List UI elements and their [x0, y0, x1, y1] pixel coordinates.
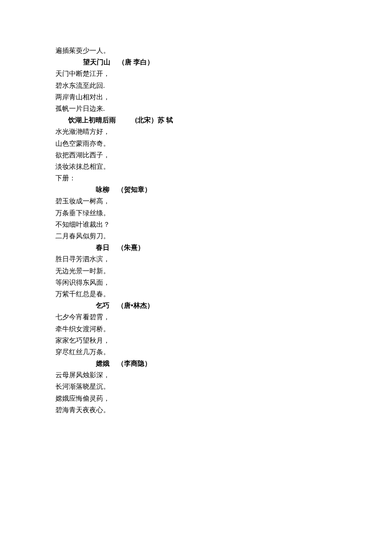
- poem-line: 牵牛织女渡河桥。: [55, 323, 392, 335]
- poem-line: 孤帆一片日边来.: [55, 103, 392, 114]
- poem-line: 云母屏风烛影深，: [55, 369, 392, 381]
- poem-line: 欲把西湖比西子，: [55, 149, 392, 161]
- poem-line: 不知细叶谁裁出？: [55, 219, 392, 230]
- poem-title: 望天门山（唐 李白）: [55, 56, 392, 68]
- poem-title: 嫦娥（李商隐）: [55, 358, 392, 369]
- poem-line: 七夕今宵看碧霄，: [55, 311, 392, 323]
- poem-title: 咏柳（贺知章）: [55, 184, 392, 195]
- document-content: 遍插茱萸少一人。望天门山（唐 李白）天门中断楚江开，碧水东流至此回.两岸青山相对…: [0, 0, 392, 416]
- poem-title-text: 嫦娥: [96, 360, 110, 367]
- poem-line: 万条垂下绿丝绦。: [55, 207, 392, 219]
- poem-line: 碧海青天夜夜心。: [55, 404, 392, 416]
- section-label: 下册：: [55, 172, 392, 184]
- poem-title: 饮湖上初晴后雨(北宋）苏 轼: [55, 114, 392, 126]
- poem-title-text: 饮湖上初晴后雨: [68, 116, 116, 124]
- poem-line: 胜日寻芳泗水滨，: [55, 253, 392, 265]
- poem-line: 穿尽红丝几万条。: [55, 346, 392, 358]
- poem-line: 等闲识得东风面，: [55, 277, 392, 288]
- poem-author: （李商隐）: [117, 360, 151, 367]
- poem-line: 碧水东流至此回.: [55, 80, 392, 91]
- poem-line: 嫦娥应悔偷灵药，: [55, 393, 392, 404]
- poem-line: 二月春风似剪刀。: [55, 230, 392, 242]
- poem-line: 无边光景一时新。: [55, 265, 392, 277]
- poem-line: 万紫千红总是春。: [55, 288, 392, 300]
- poem-author: （唐 李白）: [118, 58, 154, 66]
- poem-author: (北宋）苏 轼: [135, 116, 173, 124]
- poem-author: （贺知章）: [117, 186, 151, 193]
- poem-line: 两岸青山相对出，: [55, 91, 392, 103]
- poem-line: 淡妆浓抹总相宜。: [55, 161, 392, 172]
- poem-title: 乞巧（唐•林杰）: [55, 300, 392, 311]
- poem-line: 长河渐落晓星沉。: [55, 381, 392, 392]
- poem-title: 春日（朱熹）: [55, 242, 392, 253]
- poem-line: 水光潋滟晴方好，: [55, 126, 392, 137]
- poem-author: （唐•林杰）: [117, 302, 154, 309]
- poem-line: 遍插茱萸少一人。: [55, 45, 392, 56]
- poem-title-text: 咏柳: [96, 186, 110, 193]
- poem-line: 天门中断楚江开，: [55, 68, 392, 79]
- poem-line: 碧玉妆成一树高，: [55, 195, 392, 207]
- poem-title-text: 乞巧: [96, 302, 110, 309]
- poem-line: 山色空蒙雨亦奇。: [55, 138, 392, 149]
- poem-title-text: 望天门山: [83, 58, 110, 66]
- poem-line: 家家乞巧望秋月，: [55, 335, 392, 346]
- poem-author: （朱熹）: [117, 244, 144, 251]
- poem-title-text: 春日: [96, 244, 110, 251]
